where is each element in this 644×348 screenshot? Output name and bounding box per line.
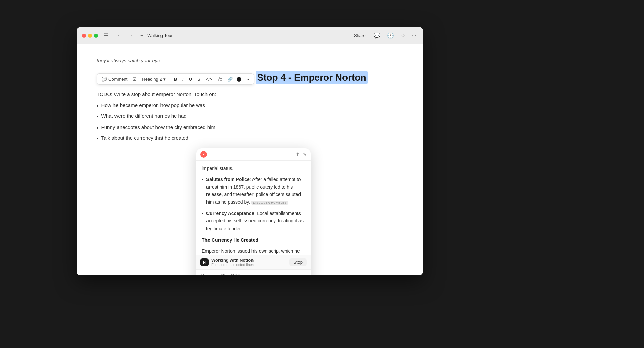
chat-panel: × ⬆ ✎ imperial status. Salutes from Poli…: [196, 148, 311, 275]
chat-message-input[interactable]: [200, 273, 307, 275]
chat-bullet-list: Salutes from Police: After a failed atte…: [202, 176, 305, 232]
bold-button[interactable]: B: [173, 76, 178, 82]
nav-buttons: ← →: [115, 31, 135, 40]
content-area: they'll always catch your eye 💬 Comment …: [77, 44, 423, 275]
comment-icon: 💬: [102, 77, 107, 82]
close-button[interactable]: [82, 34, 86, 38]
working-info: Working with Notion Focused on selected …: [211, 258, 254, 267]
chat-intro-text: imperial status.: [202, 165, 305, 172]
chat-share-icon[interactable]: ⬆: [296, 152, 300, 157]
more-formats-button[interactable]: ···: [244, 76, 250, 82]
link-button[interactable]: 🔗: [226, 76, 234, 82]
stop-button[interactable]: Stop: [289, 258, 307, 266]
list-item: Talk about the currency that he created: [97, 135, 403, 142]
traffic-lights: [82, 34, 98, 38]
forward-button[interactable]: →: [126, 31, 135, 40]
comment-icon[interactable]: 💬: [372, 31, 382, 40]
underline-button[interactable]: U: [188, 76, 193, 82]
code-button[interactable]: </>: [204, 76, 214, 82]
share-button[interactable]: Share: [351, 32, 368, 39]
browser-window: ☰ ← → + Walking Tour Share 💬 🕐 ☆ ··· the…: [77, 27, 423, 275]
currency-title: Currency Acceptance: [206, 211, 254, 216]
notion-icon: N: [200, 258, 209, 266]
bullet-list: How he became emperor, how popular he wa…: [97, 102, 403, 143]
chat-header-icons: ⬆ ✎: [296, 152, 307, 157]
working-title: Working with Notion: [211, 258, 254, 263]
working-notion: N Working with Notion Focused on selecte…: [200, 258, 254, 267]
heading-dropdown[interactable]: Heading 2 ▾: [141, 76, 167, 82]
tab-title: Walking Tour: [147, 33, 172, 38]
chevron-down-icon: ▾: [163, 77, 166, 82]
titlebar: ☰ ← → + Walking Tour Share 💬 🕐 ☆ ···: [77, 27, 423, 44]
add-tab-button[interactable]: +: [139, 31, 145, 40]
more-options-icon[interactable]: ···: [411, 31, 418, 40]
minimize-button[interactable]: [88, 34, 92, 38]
chat-content: imperial status. Salutes from Police: Af…: [196, 161, 311, 255]
chat-input-area: 🌐 Search ⚡ ⊞ GPT-4o 🎤: [196, 269, 311, 275]
list-item: How he became emperor, how popular he wa…: [97, 102, 403, 110]
strikethrough-button[interactable]: S: [196, 76, 202, 82]
math-button[interactable]: √x: [216, 76, 224, 82]
salutes-title: Salutes from Police: [206, 177, 250, 182]
todo-text: TODO: Write a stop about emperor Norton.…: [97, 91, 403, 97]
divider: [170, 77, 170, 82]
document-heading: Stop 4 - Emperor Norton: [256, 71, 367, 84]
history-icon[interactable]: 🕐: [386, 31, 395, 40]
chat-edit-icon[interactable]: ✎: [303, 152, 307, 157]
currency-section-title: The Currency He Created: [202, 236, 305, 244]
chat-working-bar: N Working with Notion Focused on selecte…: [196, 255, 311, 269]
currency-section-text: Emperor Norton issued his own scrip, whi…: [202, 247, 305, 255]
italic-button[interactable]: I: [181, 76, 185, 82]
intro-text: they'll always catch your eye: [97, 58, 403, 63]
check-button[interactable]: ☑: [131, 76, 138, 82]
favorite-icon[interactable]: ☆: [399, 31, 407, 40]
titlebar-right: Share 💬 🕐 ☆ ···: [351, 31, 418, 40]
discover-badge: DISCOVER HUMBLES: [251, 201, 288, 205]
back-button[interactable]: ←: [115, 31, 124, 40]
comment-button[interactable]: 💬 Comment: [100, 76, 129, 82]
chat-list-item-currency: Currency Acceptance: Local establishment…: [202, 210, 305, 232]
chat-close-button[interactable]: ×: [200, 151, 207, 158]
maximize-button[interactable]: [94, 34, 98, 38]
chat-list-item-salutes: Salutes from Police: After a failed atte…: [202, 176, 305, 206]
list-item: What were the different names he had: [97, 113, 403, 120]
color-picker[interactable]: [237, 77, 241, 82]
list-item: Funny anecdotes about how the city embra…: [97, 124, 403, 132]
sidebar-toggle-icon[interactable]: ☰: [102, 31, 109, 40]
tab-area: + Walking Tour: [139, 31, 347, 40]
working-subtitle: Focused on selected lines: [211, 263, 254, 267]
formatting-toolbar: 💬 Comment ☑ Heading 2 ▾ B I U S </> √x 🔗…: [97, 73, 254, 85]
chat-panel-header: × ⬆ ✎: [196, 148, 311, 161]
